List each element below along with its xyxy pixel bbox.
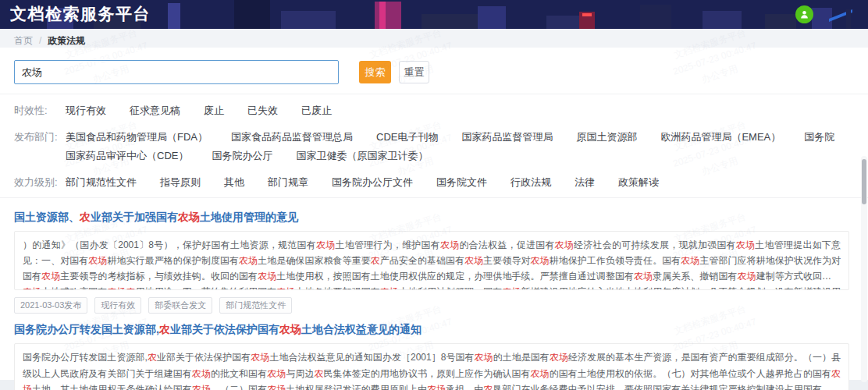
filter-option[interactable]: 国家药品监督管理局 — [461, 130, 553, 144]
filter-option[interactable]: 废止 — [204, 104, 224, 118]
result-title-link[interactable]: 国土资源部、农业部关于加强国有农场土地使用管理的意见 — [14, 211, 849, 225]
result-snippet: ）的通知》（国办发〔2001〕8号），保护好国有土地资源，规范国有农场土地管理行… — [14, 231, 849, 290]
filter-option[interactable]: 政策解读 — [618, 176, 659, 190]
result-item: 国务院办公厅转发国土资源部,农业部关于依法保护国有农场土地合法权益意见的通知 国… — [14, 323, 849, 390]
filter-option[interactable]: 部门规范性文件 — [66, 176, 137, 190]
filter-option[interactable]: 美国食品和药物管理局（FDA） — [66, 130, 208, 144]
filter-row-timeliness: 时效性: 现行有效 征求意见稿 废止 已失效 已废止 — [14, 98, 868, 124]
result-snippet: 国务院办公厅转发国土资源部,农业部关于依法保护国有农场土地合法权益意见的通知国办… — [14, 343, 849, 390]
filter-panel: 时效性: 现行有效 征求意见稿 废止 已失效 已废止 发布部门: 美国食品和药物… — [0, 94, 868, 197]
result-item: 国土资源部、农业部关于加强国有农场土地使用管理的意见 ）的通知》（国办发〔200… — [14, 211, 849, 314]
filter-option[interactable]: 国务院办公厅 — [212, 149, 272, 163]
status-tag: 现行有效 — [94, 297, 141, 314]
filter-row-department: 发布部门: 美国食品和药物管理局（FDA） 国家食品药品监督管理总局 CDE电子… — [14, 124, 868, 169]
filter-option[interactable]: 其他 — [224, 176, 244, 190]
filter-option[interactable]: 国家卫健委（原国家卫计委） — [296, 149, 428, 163]
page-title: 文档检索服务平台 — [10, 3, 151, 25]
filter-option[interactable]: 已失效 — [247, 104, 278, 118]
reset-button[interactable]: 重置 — [399, 61, 429, 83]
filter-option[interactable]: 行政法规 — [510, 176, 551, 190]
user-avatar[interactable] — [795, 5, 813, 23]
filter-option[interactable]: 国务院办公厅文件 — [332, 176, 413, 190]
filter-label: 发布部门: — [14, 130, 66, 144]
filter-label: 效力级别: — [14, 176, 66, 190]
filter-option[interactable]: 指导原则 — [160, 176, 201, 190]
search-button[interactable]: 搜索 — [359, 61, 391, 83]
content-card: 搜索 重置 时效性: 现行有效 征求意见稿 废止 已失效 已废止 发布部门: 美… — [0, 48, 868, 380]
filter-option[interactable]: 国务院 — [804, 130, 834, 144]
scrollbar-track[interactable] — [861, 156, 867, 382]
filter-option[interactable]: 部门规章 — [268, 176, 308, 190]
filter-row-effect-level: 效力级别: 部门规范性文件 指导原则 其他 部门规章 国务院办公厅文件 国务院文… — [14, 169, 868, 196]
filter-option[interactable]: CDE电子刊物 — [376, 130, 438, 144]
breadcrumb: 首页 / 政策法规 — [0, 29, 868, 48]
filter-label: 时效性: — [14, 104, 66, 118]
publish-date-tag: 2021-03-03发布 — [14, 297, 87, 314]
app-header: 文档检索服务平台 — [0, 0, 868, 29]
filter-option[interactable]: 国家药品审评中心（CDE） — [66, 149, 188, 163]
breadcrumb-current: 政策法规 — [48, 34, 85, 48]
filter-option[interactable]: 法律 — [575, 176, 595, 190]
breadcrumb-home-link[interactable]: 首页 — [14, 34, 33, 48]
filter-option[interactable]: 欧洲药品管理局（EMEA） — [660, 130, 781, 144]
search-input[interactable] — [14, 60, 339, 84]
result-title-link[interactable]: 国务院办公厅转发国土资源部,农业部关于依法保护国有农场土地合法权益意见的通知 — [14, 323, 849, 337]
breadcrumb-separator: / — [39, 35, 41, 46]
doc-type-tag: 部门规范性文件 — [219, 297, 292, 314]
result-list: 国土资源部、农业部关于加强国有农场土地使用管理的意见 ）的通知》（国办发〔200… — [0, 198, 868, 390]
filter-option[interactable]: 现行有效 — [66, 104, 106, 118]
filter-option[interactable]: 征求意见稿 — [130, 104, 180, 118]
filter-option[interactable]: 原国土资源部 — [576, 130, 637, 144]
scrollbar-thumb[interactable] — [862, 159, 866, 204]
filter-option[interactable]: 国家食品药品监督管理总局 — [231, 130, 353, 144]
filter-option[interactable]: 国务院文件 — [436, 176, 487, 190]
user-icon — [799, 9, 809, 20]
search-bar: 搜索 重置 — [0, 48, 868, 94]
filter-option[interactable]: 已废止 — [301, 104, 332, 118]
issuer-tag: 部委联合发文 — [148, 297, 212, 314]
